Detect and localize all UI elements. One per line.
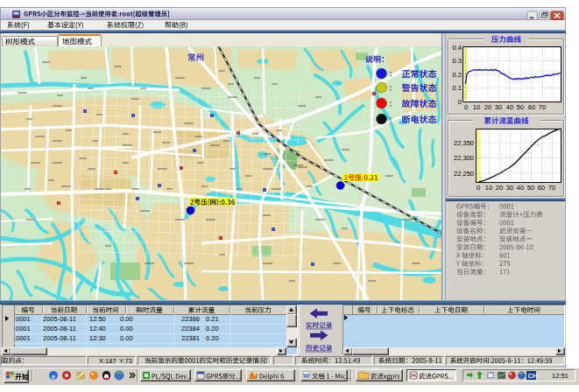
svg-text:22,300: 22,300: [454, 154, 474, 162]
svg-text:50: 50: [527, 184, 534, 192]
svg-text:W: W: [303, 373, 309, 379]
svg-text:CH: CH: [528, 372, 538, 380]
svg-text:Y:73: Y:73: [119, 357, 132, 365]
svg-text:20: 20: [484, 103, 491, 111]
svg-text:e: e: [52, 372, 55, 381]
svg-text:22,350: 22,350: [454, 139, 474, 147]
svg-text:0.2: 0.2: [453, 71, 462, 79]
svg-text:X:187: X:187: [99, 357, 117, 365]
svg-text:0.1: 0.1: [453, 84, 462, 92]
svg-text:10: 10: [473, 103, 480, 111]
svg-text:50: 50: [517, 103, 524, 111]
svg-text:0.4: 0.4: [453, 44, 462, 52]
svg-text:22,250: 22,250: [454, 170, 474, 178]
svg-text:70: 70: [548, 184, 555, 192]
svg-text:40: 40: [517, 184, 524, 192]
svg-text:20: 20: [496, 184, 503, 192]
svg-text:60: 60: [528, 103, 535, 111]
svg-text:60: 60: [538, 184, 545, 192]
svg-text:30: 30: [495, 103, 502, 111]
svg-text:30: 30: [506, 184, 513, 192]
svg-text:40: 40: [506, 103, 513, 111]
svg-text:0: 0: [464, 103, 468, 111]
svg-text:12:51: 12:51: [552, 372, 568, 380]
svg-text:0.3: 0.3: [453, 57, 462, 65]
svg-text:0: 0: [458, 98, 462, 106]
svg-text:70: 70: [539, 103, 546, 111]
svg-text:10: 10: [485, 184, 492, 192]
svg-text:0: 0: [477, 184, 480, 192]
